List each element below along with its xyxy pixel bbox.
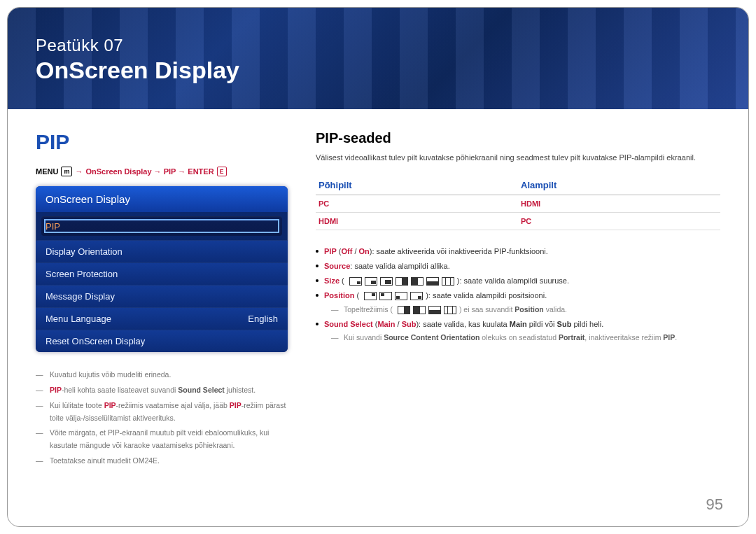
size-icon [365,277,377,286]
footnote: ―Kuvatud kujutis võib mudeliti erineda. [36,369,288,381]
mode-icon [413,306,426,314]
size-icon [426,277,439,286]
position-icon [379,292,392,300]
chapter-title: OnScreen Display [36,57,720,84]
chapter-header: Peatükk 07 OnScreen Display [8,8,748,109]
footnote: ―Toetatakse ainult mudelit OM24E. [36,455,288,468]
osd-item-label: PIP [46,221,60,232]
position-icon [395,292,407,300]
osd-item-label: Reset OnScreen Display [46,336,145,346]
osd-item-label: Display Orientation [46,246,122,257]
content-area: PIP MENU m → OnScreen Display → PIP → EN… [8,109,748,470]
mode-icon [444,306,456,314]
right-column: PIP-seaded Välisest videoallikast tulev … [316,130,720,470]
size-icon [442,277,454,286]
bullet-position-sub: ― Topeltrežiimis ( ) ei saa suvandit Pos… [316,303,720,317]
breadcrumb-arrow: → [75,167,83,176]
table-header: Põhipilt [316,176,518,195]
breadcrumb-menu: MENU [36,167,58,176]
subsection-heading: PIP-seaded [316,130,720,146]
osd-title: OnScreen Display [36,186,288,212]
left-column: PIP MENU m → OnScreen Display → PIP → EN… [36,130,288,470]
osd-item-value: English [248,314,278,324]
breadcrumb: MENU m → OnScreen Display → PIP → ENTER … [36,167,288,176]
osd-item-menu-language[interactable]: Menu Language English [36,307,288,330]
footnote: ― Kui lülitate toote PIP-režiimis vaatam… [36,400,288,425]
page-number: 95 [706,496,723,514]
chapter-prefix: Peatükk 07 [36,36,720,55]
osd-item-reset[interactable]: Reset OnScreen Display [36,330,288,352]
bullet-size: Size ( ): saate valida alampildi suuruse… [316,274,720,288]
footnote: ― PIP-heli kohta saate lisateavet suvand… [36,384,288,397]
bullet-orientation-sub: ― Kui suvandi Source Content Orientation… [316,331,720,345]
size-icon [396,277,408,286]
breadcrumb-path: OnScreen Display → PIP → ENTER [85,167,214,176]
osd-item-screen-protection[interactable]: Screen Protection [36,262,288,285]
table-header: Alampilt [518,176,720,195]
bullet-position: Position ( ): saate valida alampildi pos… [316,288,720,303]
bullet-sound: Sound Select (Main / Sub): saate valida,… [316,317,720,332]
enter-icon: E [217,167,227,176]
osd-item-label: Message Display [46,291,115,302]
menu-icon: m [61,167,72,176]
mode-icon [428,306,441,314]
intro-text: Välisest videoallikast tulev pilt kuvata… [316,153,720,162]
page-frame: Peatükk 07 OnScreen Display PIP MENU m →… [7,7,749,527]
osd-item-label: Screen Protection [46,269,118,279]
section-heading: PIP [36,130,288,154]
osd-item-display-orientation[interactable]: Display Orientation [36,240,288,262]
bullet-list: PIP (Off / On): saate aktiveerida või in… [316,244,720,345]
table-cell: HDMI [316,213,518,230]
footnotes: ―Kuvatud kujutis võib mudeliti erineda. … [36,369,288,468]
position-icons [364,292,423,300]
mode-icon [398,306,410,314]
pip-table: Põhipilt Alampilt PC HDMI HDMI PC [316,176,720,230]
dual-mode-icons [398,306,456,314]
size-icon [349,277,362,286]
position-icon [410,292,423,300]
osd-item-pip[interactable]: PIP [41,216,282,236]
osd-item-label: Menu Language [46,314,111,324]
position-icon [364,292,377,300]
size-icon [411,277,424,286]
size-icon [380,277,393,286]
size-icons [349,277,454,286]
table-cell: HDMI [518,195,720,213]
bullet-pip: PIP (Off / On): saate aktiveerida või in… [316,244,720,259]
osd-panel: OnScreen Display PIP Display Orientation… [36,186,288,352]
osd-item-message-display[interactable]: Message Display [36,285,288,307]
footnote: ―Võite märgata, et PIP-ekraanil muutub p… [36,427,288,452]
bullet-source: Source: saate valida alampildi allika. [316,259,720,274]
table-cell: PC [316,195,518,213]
table-cell: PC [518,213,720,230]
